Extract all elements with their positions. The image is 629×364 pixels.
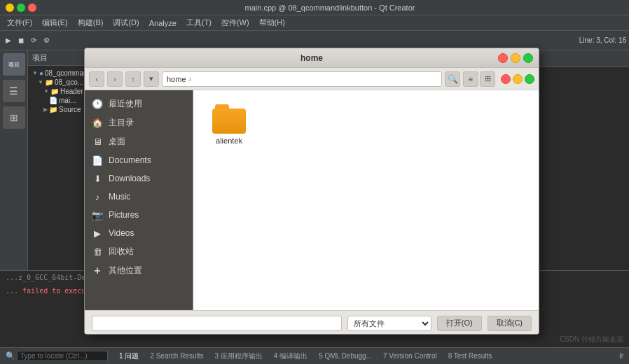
bookmark-trash-label: 回收站: [109, 246, 134, 258]
status-qml[interactable]: 5 QML Debugg...: [316, 352, 375, 360]
status-compile[interactable]: 4 编译输出: [271, 351, 310, 361]
dialog-filename-input[interactable]: [92, 316, 342, 331]
folder-icon-large: [212, 104, 246, 134]
maximize-button[interactable]: [17, 4, 25, 12]
dialog-inner-max[interactable]: [525, 74, 534, 84]
status-app-output[interactable]: 3 应用程序输出: [212, 351, 265, 361]
bookmark-documents-label: Documents: [109, 155, 151, 165]
desktop-icon: 🖥: [92, 136, 103, 148]
status-bar: 🔍 1 问题 2 Search Results 3 应用程序输出 4 编译输出 …: [0, 347, 629, 364]
dialog-footer: 所有文件 打开(O) 取消(C): [85, 310, 539, 335]
status-version[interactable]: 7 Version Control: [380, 352, 440, 360]
documents-icon: 📄: [92, 155, 103, 166]
bookmark-home[interactable]: 🏠 主目录: [85, 113, 193, 132]
menu-edit[interactable]: 编辑(E): [38, 16, 72, 29]
status-search[interactable]: 2 Search Results: [147, 352, 206, 360]
menu-analyze[interactable]: Analyze: [145, 18, 181, 29]
toolbar-settings[interactable]: ⚙: [41, 35, 53, 46]
sidebar-icon-project[interactable]: 项目: [3, 53, 25, 76]
dialog-title-bar: home: [85, 48, 539, 68]
bookmark-other-label: 其他位置: [109, 265, 142, 276]
bookmark-music[interactable]: ♪ Music: [85, 188, 193, 206]
watermark: CSDN 行稳方能走远: [560, 335, 623, 344]
sidebar-icon-2[interactable]: ⊞: [3, 106, 25, 129]
dialog-body: 🕐 最近使用 🏠 主目录 🖥 桌面 📄 Documents ⬇ Download…: [85, 90, 539, 310]
menu-build[interactable]: 构建(B): [74, 16, 108, 29]
dialog-bookmarks: 🕐 最近使用 🏠 主目录 🖥 桌面 📄 Documents ⬇ Download…: [85, 90, 193, 310]
bookmark-documents[interactable]: 📄 Documents: [85, 151, 193, 169]
dialog-inner-min[interactable]: [513, 74, 523, 84]
bookmark-pictures-label: Pictures: [109, 210, 139, 220]
dialog-file-list: alientek: [193, 90, 539, 310]
line-col-info: Line: 3, Col: 16: [579, 36, 626, 44]
window-title: main.cpp @ 08_qcommandlinkbutton - Qt Cr…: [36, 4, 623, 12]
bookmark-videos-label: Videos: [109, 228, 134, 238]
close-button[interactable]: [28, 4, 36, 12]
bottom-text: Ir: [619, 352, 623, 360]
sidebar-icon-1[interactable]: ☰: [3, 80, 25, 102]
status-problems[interactable]: 1 问题: [116, 351, 141, 361]
other-icon: +: [92, 265, 103, 276]
dialog-inner-close[interactable]: [501, 74, 511, 84]
pictures-icon: 📷: [92, 209, 103, 220]
status-test[interactable]: 8 Test Results: [445, 352, 495, 360]
path-home[interactable]: home: [167, 75, 186, 83]
locate-input[interactable]: [17, 351, 108, 361]
bookmark-home-label: 主目录: [109, 117, 134, 129]
dialog-filter-select[interactable]: 所有文件: [347, 316, 431, 331]
menu-bar: 文件(F) 编辑(E) 构建(B) 调试(D) Analyze 工具(T) 控件…: [0, 15, 629, 31]
dialog-open-btn[interactable]: 打开(O): [437, 316, 482, 331]
menu-debug[interactable]: 调试(D): [109, 16, 143, 29]
path-separator: ›: [189, 75, 192, 83]
file-item-alientek[interactable]: alientek: [205, 102, 254, 148]
toolbar-run[interactable]: ▶: [3, 35, 14, 46]
menu-controls[interactable]: 控件(W): [217, 16, 254, 29]
dialog-history-btn[interactable]: ▾: [144, 71, 159, 87]
file-dialog: home ‹ › ↑ ▾ home › 🔍 ≡ ⊞: [84, 48, 539, 335]
dialog-title: home: [300, 53, 323, 63]
dialog-maximize-btn[interactable]: [523, 53, 533, 63]
bookmark-downloads-label: Downloads: [109, 174, 150, 183]
bookmark-trash[interactable]: 🗑 回收站: [85, 242, 193, 261]
file-name-alientek: alientek: [216, 136, 242, 145]
menu-help[interactable]: 帮助(H): [255, 16, 289, 29]
minimize-button[interactable]: [6, 4, 14, 12]
bookmark-desktop[interactable]: 🖥 桌面: [85, 132, 193, 151]
dialog-close-btn[interactable]: [498, 53, 508, 63]
bookmark-videos[interactable]: ▶ Videos: [85, 224, 193, 242]
bookmark-downloads[interactable]: ⬇ Downloads: [85, 169, 193, 188]
bookmark-pictures[interactable]: 📷 Pictures: [85, 206, 193, 224]
dialog-search-btn[interactable]: 🔍: [445, 71, 460, 87]
dialog-up-btn[interactable]: ↑: [125, 71, 141, 87]
dialog-back-btn[interactable]: ‹: [89, 71, 104, 87]
dialog-grid-view-btn[interactable]: ⊞: [480, 71, 495, 87]
folder-body: [212, 108, 246, 134]
dialog-minimize-btn[interactable]: [511, 53, 520, 63]
bookmark-other[interactable]: + 其他位置: [85, 261, 193, 280]
downloads-icon: ⬇: [92, 173, 103, 184]
toolbar-stop[interactable]: ◼: [15, 35, 27, 46]
videos-icon: ▶: [92, 227, 103, 239]
bookmark-recent[interactable]: 🕐 最近使用: [85, 94, 193, 113]
music-icon: ♪: [92, 191, 103, 202]
menu-file[interactable]: 文件(F): [3, 16, 36, 29]
dialog-path-bar: home ›: [162, 71, 442, 87]
search-icon: 🔍: [6, 351, 15, 360]
dialog-forward-btn[interactable]: ›: [107, 71, 123, 87]
dialog-list-view-btn[interactable]: ≡: [463, 71, 478, 87]
title-bar-buttons: [6, 4, 36, 12]
bookmark-music-label: Music: [109, 192, 130, 202]
home-icon: 🏠: [92, 118, 103, 129]
toolbar-reload[interactable]: ⟳: [28, 35, 39, 46]
bookmark-desktop-label: 桌面: [109, 136, 125, 148]
dialog-cancel-btn[interactable]: 取消(C): [488, 316, 532, 331]
dialog-toolbar: ‹ › ↑ ▾ home › 🔍 ≡ ⊞: [85, 68, 539, 90]
dialog-view-buttons: ≡ ⊞: [463, 71, 495, 87]
trash-icon: 🗑: [92, 246, 103, 258]
bookmark-recent-label: 最近使用: [109, 98, 142, 110]
dialog-window-controls: [498, 53, 533, 63]
recent-icon: 🕐: [92, 99, 103, 110]
title-bar: main.cpp @ 08_qcommandlinkbutton - Qt Cr…: [0, 0, 629, 15]
menu-tools[interactable]: 工具(T): [182, 16, 216, 29]
